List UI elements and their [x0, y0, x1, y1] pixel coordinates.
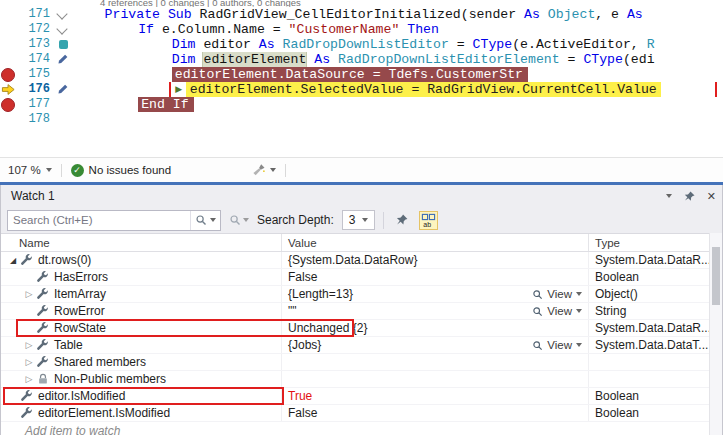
watch-value: False [282, 270, 317, 284]
watch-row[interactable]: HasErrorsFalseBoolean [1, 269, 722, 286]
search-depth-select[interactable]: 3 [342, 210, 376, 230]
code-statement: editorElement.DataSource = Tdefs.Custome… [172, 67, 528, 82]
check-icon: ✓ [71, 164, 84, 177]
vertical-scrollbar[interactable] [709, 233, 722, 435]
current-statement-arrow-icon [1, 82, 16, 97]
codelens-info[interactable]: 4 references | 0 changes | 0 authors, 0 … [0, 0, 723, 7]
zoom-level: 107 % [8, 164, 41, 176]
collapse-chevron-icon[interactable] [56, 23, 67, 34]
breakpoint-icon[interactable] [1, 98, 15, 112]
pin-to-source-button[interactable] [392, 211, 411, 230]
line-number: 175 [16, 67, 55, 82]
code-statement: End If [138, 97, 193, 112]
watch-type [589, 354, 722, 370]
watch-name: editorElement.IsModified [38, 406, 170, 420]
glyph-margin[interactable] [0, 22, 16, 37]
view-button[interactable]: View [532, 339, 582, 351]
wrench-icon [36, 270, 50, 284]
watch-type: System.Data.DataR... [589, 252, 722, 268]
expander-icon[interactable]: ◢ [7, 256, 19, 265]
line-number: 172 [16, 22, 55, 37]
divider [285, 164, 286, 177]
watch-name-cell: ▷ItemArray [1, 286, 282, 302]
chevron-down-icon[interactable] [210, 218, 216, 222]
search-depth-value: 3 [349, 213, 356, 227]
watch-row[interactable]: ▷Non-Public members [1, 371, 722, 388]
close-icon[interactable]: ✕ [707, 191, 716, 202]
wrench-icon [20, 389, 34, 403]
watch-type: String [589, 303, 722, 319]
watch-name-cell: editorElement.IsModified [1, 405, 282, 421]
watch-name: editor.IsModified [38, 389, 125, 403]
wrench-icon [36, 321, 50, 335]
gutter [55, 67, 71, 82]
zoom-control[interactable]: 107 % [8, 164, 52, 176]
watch-row[interactable]: RowStateUnchanged {2}System.Data.DataR..… [1, 320, 722, 337]
watch-name: RowError [54, 304, 105, 318]
breakpoint-icon[interactable] [1, 68, 15, 82]
code-text[interactable]: Dim editorElement As RadDropDownListEdit… [71, 52, 723, 67]
watch-type [589, 371, 722, 387]
watch-row[interactable]: ◢dt.rows(0){System.Data.DataRow}System.D… [1, 252, 722, 269]
search-icon[interactable] [195, 214, 207, 226]
glyph-margin[interactable] [0, 97, 16, 112]
expander-icon[interactable]: ▷ [23, 289, 35, 299]
code-text[interactable]: Private Sub RadGridView_CellEditorInitia… [71, 7, 723, 22]
collapse-chevron-icon[interactable] [56, 8, 67, 19]
broom-icon [252, 163, 266, 177]
watch-value: {Length=13} [282, 287, 353, 301]
watch-row[interactable]: ▷Shared members [1, 354, 722, 371]
search-box [7, 210, 221, 231]
watch-type: System.Data.DataR... [589, 320, 722, 336]
view-button[interactable]: View [532, 288, 582, 300]
wrench-icon [36, 304, 50, 318]
watch-name-cell: RowState [1, 320, 282, 336]
glyph-margin[interactable] [0, 37, 16, 52]
code-text[interactable]: Dim editor As RadDropDownListEditor = CT… [71, 37, 723, 52]
gutter [55, 97, 71, 112]
glyph-margin[interactable] [0, 112, 16, 127]
watch-name-cell: RowError [1, 303, 282, 319]
document-health-indicator[interactable]: ✓ No issues found [71, 164, 171, 177]
show-text-toggle-button[interactable]: ab [419, 211, 438, 230]
watch-row[interactable]: ▷Table{Jobs}ViewSystem.Data.DataT... [1, 337, 722, 354]
watch-name: dt.rows(0) [38, 253, 91, 267]
glyph-margin[interactable] [0, 52, 16, 67]
glyph-margin[interactable] [0, 7, 16, 22]
chevron-down-icon [576, 343, 582, 347]
glyph-margin[interactable] [0, 82, 16, 97]
watch-row[interactable]: RowError""ViewString [1, 303, 722, 320]
column-header-type[interactable]: Type [589, 234, 722, 251]
column-header-value[interactable]: Value [282, 234, 589, 251]
scrollbar-thumb[interactable] [712, 247, 720, 305]
chevron-down-icon [576, 309, 582, 313]
code-cleanup-button[interactable] [252, 163, 276, 177]
lock-icon [36, 372, 50, 386]
line-number: 176 [16, 82, 55, 97]
code-text[interactable]: End If [71, 97, 723, 112]
add-item-to-watch[interactable]: Add item to watch [1, 422, 722, 435]
search-input[interactable] [8, 214, 190, 226]
code-text[interactable]: ▶editorElement.SelectedValue = RadGridVi… [71, 82, 723, 97]
watch-type: Boolean [589, 388, 722, 404]
search-deeper-icon[interactable] [229, 214, 249, 226]
watch-row[interactable]: ▷ItemArray{Length=13}ViewObject() [1, 286, 722, 303]
view-button[interactable]: View [532, 305, 582, 317]
glyph-margin[interactable] [0, 67, 16, 82]
window-position-icon[interactable] [666, 194, 672, 198]
run-to-click-icon[interactable]: ▶ [172, 82, 186, 97]
watch-name-cell: ▷Non-Public members [1, 371, 282, 387]
watch-row[interactable]: editorElement.IsModifiedFalseBoolean [1, 405, 722, 422]
code-text[interactable] [71, 112, 723, 127]
column-header-name[interactable]: Name [1, 234, 282, 251]
code-text[interactable]: editorElement.DataSource = Tdefs.Custome… [71, 67, 723, 82]
expander-icon[interactable]: ▷ [23, 340, 35, 350]
pin-icon[interactable] [683, 190, 696, 203]
code-text[interactable]: If e.Column.Name = "CustomerName" Then [71, 22, 723, 37]
watch-row[interactable]: editor.IsModifiedTrueBoolean [1, 388, 722, 405]
expander-icon[interactable]: ▷ [23, 357, 35, 367]
expander-icon[interactable]: ▷ [23, 374, 35, 384]
pushpin-icon [395, 213, 409, 227]
watch-value: {System.Data.DataRow} [282, 253, 417, 267]
watch-title-bar[interactable]: Watch 1 ✕ [1, 185, 722, 207]
